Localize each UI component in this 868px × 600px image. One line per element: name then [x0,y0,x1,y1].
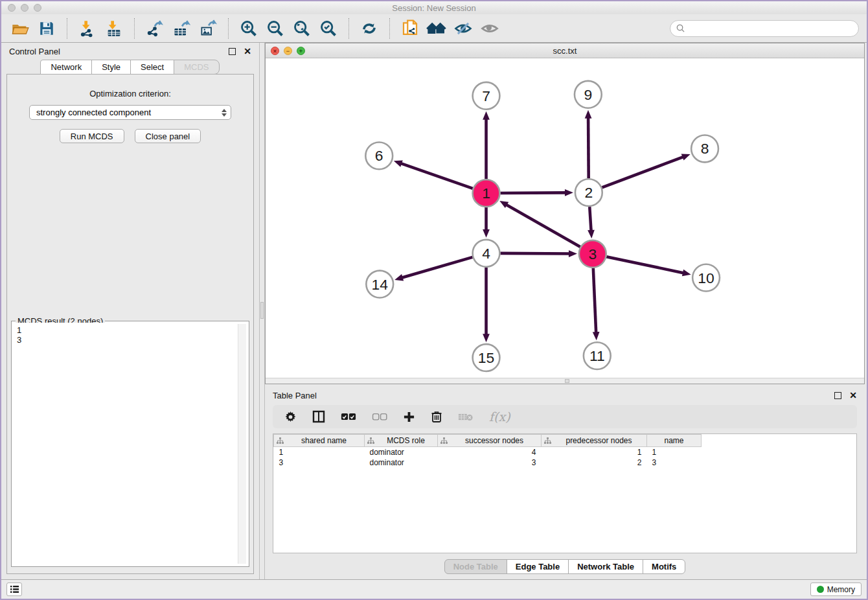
tab-network-table[interactable]: Network Table [568,559,643,574]
table-cell[interactable]: 1 [274,447,365,457]
float-table-panel-button[interactable] [834,392,841,399]
network-close-button[interactable]: × [271,47,279,55]
column-header-label: predecessor nodes [554,436,644,445]
column-header[interactable]: shared name [274,435,365,447]
close-panel-button[interactable]: Close panel [135,129,201,143]
close-panel-icon[interactable]: ✕ [244,47,251,56]
toolbar-separator [348,18,349,39]
home-overview-button[interactable] [426,17,448,40]
hide-selected-button[interactable] [452,17,474,40]
zoom-out-button[interactable] [264,17,286,40]
graph-edge-arrowhead [394,160,403,167]
graph-edge[interactable] [589,207,591,231]
export-network-button[interactable] [144,17,166,40]
zoom-fit-icon [293,19,311,38]
export-image-button[interactable] [197,17,219,40]
tab-node-table[interactable]: Node Table [444,559,507,574]
delete-table-icon [458,412,474,422]
duplicate-network-button[interactable] [399,17,421,40]
graph-edge[interactable] [402,257,473,278]
table-cell[interactable]: 3 [438,457,542,468]
import-network-button[interactable] [76,17,98,40]
network-bottom-splitter[interactable] [266,378,864,384]
window-title: Session: New Session [392,3,475,13]
tab-network[interactable]: Network [40,60,92,75]
mcds-result-area[interactable]: 1 3 [13,323,247,565]
open-folder-icon [11,19,29,38]
deselect-all-columns-button[interactable] [372,408,387,425]
table-row[interactable]: 1dominator411 [274,447,702,457]
column-header[interactable]: predecessor nodes [542,435,647,447]
table-settings-button[interactable] [284,408,297,425]
network-maximize-button[interactable]: + [297,47,305,55]
function-builder-button[interactable]: f(x) [489,408,510,425]
graph-edge[interactable] [500,253,570,254]
graph-edge[interactable] [606,257,684,273]
graph-edge[interactable] [400,163,473,189]
graph-node-label: 11 [589,347,605,364]
column-header-label: shared name [286,436,361,445]
run-mcds-button[interactable]: Run MCDS [60,129,124,143]
table-cell[interactable]: 2 [542,457,647,468]
network-minimize-button[interactable]: − [284,47,292,55]
column-header-label: name [650,436,698,445]
zoom-in-button[interactable] [238,17,260,40]
table-cell[interactable]: 1 [647,447,702,457]
tab-motifs[interactable]: Motifs [643,559,685,574]
criterion-select[interactable]: strongly connected component [29,105,231,120]
delete-table-button[interactable] [458,408,474,425]
graph-edge-arrowhead [682,270,691,277]
graph-edge[interactable] [602,157,683,188]
table-cell[interactable]: 3 [274,457,365,468]
splitter-handle-icon [260,302,264,319]
export-table-button[interactable] [170,17,192,40]
memory-button[interactable]: Memory [810,583,862,596]
open-session-button[interactable] [9,17,31,40]
duplicate-network-icon [400,19,420,38]
show-task-history-button[interactable] [6,583,22,596]
graph-node-label: 10 [698,270,714,286]
table-cell[interactable]: dominator [365,447,438,457]
add-column-button[interactable] [403,408,415,425]
column-header[interactable]: successor nodes [438,435,542,447]
table-cell[interactable]: 3 [647,457,702,468]
column-header[interactable]: name [647,435,702,447]
graph-edge[interactable] [593,268,596,334]
graph-edge[interactable] [588,117,589,179]
toggle-panel-button[interactable] [312,408,325,425]
mcds-buttons: Run MCDS Close panel [7,129,253,143]
zoom-fit-button[interactable] [291,17,313,40]
result-scrollbar[interactable] [238,324,246,564]
tab-edge-table[interactable]: Edge Table [507,559,569,574]
close-window-button[interactable] [8,4,16,12]
table-cell[interactable]: dominator [365,457,438,468]
panel-splitter[interactable] [259,43,265,579]
refresh-view-button[interactable] [358,17,380,40]
tab-style[interactable]: Style [91,60,131,75]
close-table-panel-icon[interactable]: ✕ [849,391,857,400]
network-canvas[interactable]: 7968124314101511 [266,58,864,378]
tab-mcds[interactable]: MCDS [174,60,219,75]
fx-icon: f(x) [489,410,510,424]
column-header[interactable]: MCDS role [365,435,438,447]
table-cell[interactable]: 1 [542,447,647,457]
maximize-window-button[interactable] [34,4,41,12]
show-all-button[interactable] [479,17,501,40]
table-row[interactable]: 3dominator323 [274,457,702,468]
node-table-container[interactable]: shared nameMCDS rolesuccessor nodesprede… [273,433,857,553]
import-table-button[interactable] [103,17,125,40]
toolbar-separator [228,18,229,39]
search-field[interactable] [670,20,859,37]
table-cell[interactable]: 4 [438,447,542,457]
save-session-button[interactable] [36,17,58,40]
select-all-columns-button[interactable] [341,408,356,425]
minimize-window-button[interactable] [21,4,29,12]
tab-select[interactable]: Select [130,60,174,75]
float-panel-button[interactable] [229,48,236,55]
zoom-selected-button[interactable] [317,17,339,40]
graph-edge[interactable] [500,192,566,193]
delete-columns-button[interactable] [431,408,442,425]
eye-icon [480,19,499,38]
search-input[interactable] [688,23,853,33]
graph-edge[interactable] [506,204,580,247]
